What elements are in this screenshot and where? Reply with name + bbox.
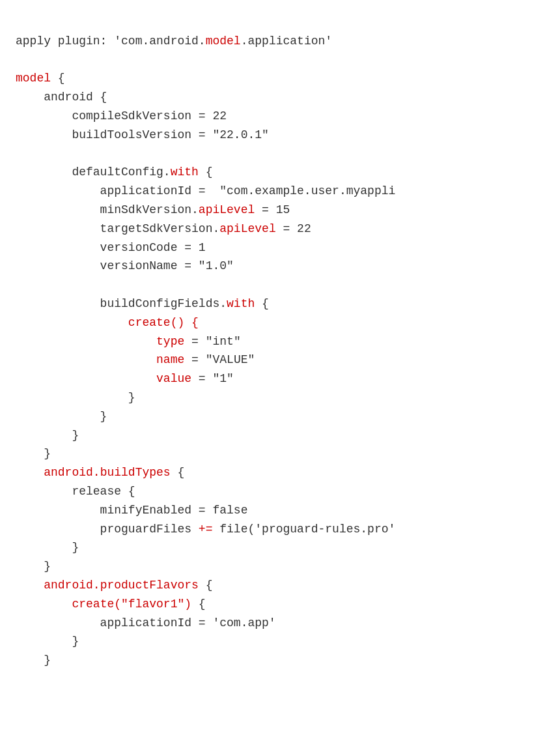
code-line: android { — [16, 88, 544, 107]
code-line: buildConfigFields.with { — [16, 295, 544, 313]
code-token: model — [16, 72, 51, 85]
code-token: { — [171, 466, 185, 479]
code-line: defaultConfig.with { — [16, 163, 544, 182]
code-line — [16, 145, 544, 164]
code-token: } — [16, 654, 51, 667]
code-token: model — [206, 35, 241, 48]
code-line: targetSdkVersion.apiLevel = 22 — [16, 220, 544, 239]
code-token: } — [16, 447, 51, 460]
code-token: with — [171, 166, 199, 179]
code-line — [16, 51, 544, 70]
code-token: } — [16, 541, 79, 554]
code-token — [16, 598, 72, 611]
code-line: model { — [16, 69, 544, 88]
code-token: { — [255, 297, 269, 310]
code-line — [16, 276, 544, 295]
code-line: name = "VALUE" — [16, 351, 544, 369]
code-token: create("flavor1") — [72, 598, 191, 611]
code-line: create("flavor1") { — [16, 595, 544, 614]
code-token: buildConfigFields. — [16, 297, 227, 310]
code-token: file('proguard-rules.pro' — [212, 523, 395, 536]
code-token: { — [199, 579, 213, 592]
code-line: } — [16, 444, 544, 463]
code-line: type = "int" — [16, 332, 544, 351]
code-line: compileSdkVersion = 22 — [16, 107, 544, 126]
code-token — [16, 579, 44, 592]
code-line: } — [16, 632, 544, 651]
code-token — [16, 372, 156, 385]
code-token: applicationId = "com.example.user.myappl… — [16, 184, 395, 197]
code-token: release { — [16, 485, 135, 498]
code-token: } — [16, 635, 79, 648]
code-token: defaultConfig. — [16, 166, 171, 179]
code-token: targetSdkVersion. — [16, 222, 219, 235]
code-line: } — [16, 651, 544, 670]
code-token: type — [156, 335, 184, 348]
code-token: compileSdkVersion = 22 — [16, 109, 227, 123]
code-line: buildToolsVersion = "22.0.1" — [16, 126, 544, 145]
code-token: with — [227, 297, 255, 310]
code-token: android { — [16, 91, 107, 104]
code-line: } — [16, 388, 544, 407]
code-token: += — [199, 523, 213, 536]
code-line: android.productFlavors { — [16, 576, 544, 595]
code-line: minifyEnabled = false — [16, 501, 544, 520]
code-token: = "1" — [191, 372, 234, 385]
code-token: } — [16, 429, 79, 442]
code-token: value — [156, 372, 191, 385]
code-token: apply plugin: 'com.android. — [16, 35, 206, 48]
code-line: create() { — [16, 313, 544, 332]
code-line: android.buildTypes { — [16, 463, 544, 482]
code-token: applicationId = 'com.app' — [16, 616, 276, 629]
code-token — [16, 316, 128, 329]
code-line: applicationId = 'com.app' — [16, 614, 544, 633]
code-editor: apply plugin: 'com.android.model.applica… — [16, 13, 544, 670]
code-token — [16, 335, 156, 348]
code-line: } — [16, 426, 544, 445]
code-token: apiLevel — [219, 222, 275, 235]
code-token: proguardFiles — [16, 523, 199, 536]
code-token: versionName = "1.0" — [16, 259, 234, 272]
code-token — [16, 466, 44, 479]
code-token: minSdkVersion. — [16, 203, 199, 216]
code-token: android.buildTypes — [44, 466, 170, 479]
code-token: { — [191, 598, 206, 611]
code-token: name — [156, 353, 184, 366]
code-token: } — [16, 410, 107, 423]
code-line: release { — [16, 482, 544, 501]
code-token: = 15 — [255, 203, 290, 216]
code-token: create() { — [128, 316, 199, 329]
code-token: android.productFlavors — [44, 579, 199, 592]
code-token — [16, 353, 156, 366]
code-token: } — [16, 560, 51, 573]
code-token: minifyEnabled = false — [16, 504, 247, 517]
code-line: proguardFiles += file('proguard-rules.pr… — [16, 520, 544, 539]
code-line: } — [16, 407, 544, 426]
code-line: } — [16, 538, 544, 557]
code-line: applicationId = "com.example.user.myappl… — [16, 182, 544, 201]
code-token: = "VALUE" — [184, 353, 255, 366]
code-token: { — [51, 72, 65, 85]
code-line: } — [16, 557, 544, 576]
code-line: versionName = "1.0" — [16, 257, 544, 276]
code-line: value = "1" — [16, 369, 544, 388]
code-token: = 22 — [276, 222, 311, 235]
code-line: apply plugin: 'com.android.model.applica… — [16, 32, 544, 51]
code-token: = "int" — [184, 335, 240, 348]
code-token: .application' — [241, 35, 332, 48]
code-token: } — [16, 391, 135, 404]
code-token: { — [199, 166, 213, 179]
code-token: buildToolsVersion = "22.0.1" — [16, 128, 269, 141]
code-line: versionCode = 1 — [16, 239, 544, 257]
code-token: versionCode = 1 — [16, 241, 206, 254]
code-token: apiLevel — [199, 203, 255, 216]
code-line: minSdkVersion.apiLevel = 15 — [16, 201, 544, 220]
